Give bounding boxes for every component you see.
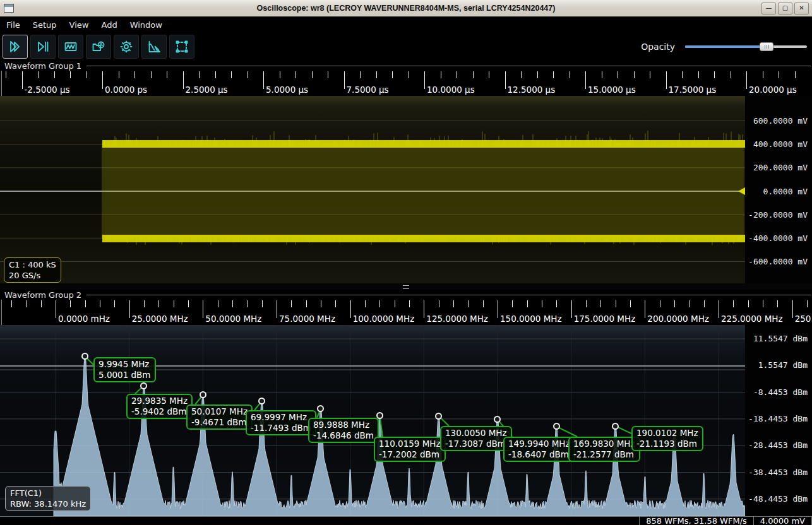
time-domain-plot[interactable] (0, 96, 745, 283)
time-minor-tick (489, 71, 489, 78)
freq-minor-tick (114, 300, 115, 307)
time-minor-tick (618, 71, 618, 78)
peak-marker-circle[interactable] (553, 423, 560, 430)
fft-info-box[interactable]: FFT(C1) RBW: 38.1470 kHz (5, 486, 91, 511)
c1-bottom-envelope (102, 235, 745, 242)
freq-minor-tick (512, 300, 513, 307)
peak-frequency: 130.0050 MHz (445, 428, 507, 439)
freq-minor-tick (468, 300, 469, 307)
peak-marker-circle[interactable] (612, 423, 619, 430)
time-tick-label: 2.5000 µs (186, 85, 228, 95)
zero-level-arrow[interactable] (738, 187, 745, 195)
measure-button[interactable] (141, 35, 167, 59)
minimize-button[interactable]: — (761, 3, 776, 15)
time-minor-tick (698, 71, 699, 78)
freq-tick-label: 225.0000 MHz (721, 314, 783, 324)
frequency-axis-ruler[interactable]: 0.0000 mHz25.0000 MHz50.0000 MHz75.0000 … (0, 300, 812, 325)
time-minor-tick (521, 71, 522, 78)
freq-minor-tick (174, 300, 174, 307)
time-minor-tick (70, 71, 71, 78)
peak-label-10[interactable]: 190.0102 MHz-21.1193 dBm (631, 426, 703, 451)
gear-refresh-icon (119, 39, 134, 54)
peak-label-3[interactable]: 50.0107 MHz-9.4671 dBm (186, 404, 253, 430)
time-minor-tick (376, 71, 377, 78)
c1-burst-lines (102, 131, 744, 245)
selection-rect-icon (174, 39, 189, 54)
peak-label-4[interactable]: 69.9997 MHz-11.7493 dBm (246, 410, 316, 435)
window-title: Oscilloscope: wr8 (LECROY WAVERUNNER8404… (0, 4, 812, 13)
processing-button[interactable] (114, 35, 139, 59)
splitter-handle-icon[interactable] (403, 285, 409, 289)
peak-label-8[interactable]: 149.9940 MHz-18.6407 dBm (503, 437, 575, 462)
run-icon (8, 39, 23, 54)
peak-frequency: 190.0102 MHz (636, 428, 698, 439)
freq-minor-tick (409, 300, 410, 307)
peak-label-2[interactable]: 29.9835 MHz-5.9402 dBm (126, 394, 193, 419)
freq-minor-tick (262, 300, 263, 307)
peak-label-9[interactable]: 169.9830 MHz-21.2577 dBm (568, 437, 640, 462)
peak-marker-circle[interactable] (376, 412, 383, 419)
time-major-tick (505, 71, 506, 89)
time-minor-tick (714, 71, 715, 78)
waveform-display-button[interactable] (58, 35, 83, 59)
time-minor-tick (199, 71, 200, 78)
freq-minor-tick (85, 300, 86, 307)
group-splitter[interactable] (0, 283, 812, 290)
close-button[interactable]: ✕ (794, 3, 809, 15)
dbm-scale-label: -38.4453 dBm (748, 468, 808, 477)
opacity-slider[interactable] (685, 42, 807, 51)
peak-marker-circle[interactable] (435, 413, 442, 420)
time-minor-tick (119, 71, 119, 78)
history-button[interactable] (86, 35, 111, 59)
mv-scale-label: -400.0000 mV (748, 233, 808, 243)
freq-major-tick (719, 300, 719, 318)
peak-marker-circle[interactable] (258, 398, 265, 404)
time-minor-tick (634, 71, 635, 78)
slider-thumb[interactable] (760, 42, 773, 51)
peak-marker-circle[interactable] (81, 353, 88, 360)
freq-minor-tick (379, 300, 380, 307)
freq-minor-tick (453, 300, 454, 307)
titlebar: Oscilloscope: wr8 (LECROY WAVERUNNER8404… (0, 0, 812, 17)
menu-item-window[interactable]: Window (124, 18, 169, 32)
menu-item-view[interactable]: View (63, 18, 95, 32)
c1-acquisition-box[interactable]: C1 : 400 kS 20 GS/s (4, 257, 61, 283)
menu-item-add[interactable]: Add (95, 18, 123, 32)
freq-minor-tick (777, 300, 778, 307)
freq-minor-tick (630, 300, 631, 307)
freq-minor-tick (689, 300, 690, 307)
peak-level: -9.4671 dBm (191, 417, 248, 428)
peak-label-7[interactable]: 130.0050 MHz-17.3087 dBm (440, 426, 512, 451)
menu-item-file[interactable]: File (0, 18, 27, 32)
freq-minor-tick (733, 300, 734, 307)
toolbar: Opacity (0, 33, 812, 61)
peak-label-1[interactable]: 9.9945 MHz5.0001 dBm (93, 357, 156, 382)
peak-level: -18.6407 dBm (508, 449, 570, 460)
time-minor-tick (248, 71, 248, 78)
freq-minor-tick (144, 300, 145, 307)
single-trigger-button[interactable] (30, 35, 56, 59)
window-controls: —▢✕ (761, 3, 809, 15)
freq-tick-label: 125.0000 MHz (426, 314, 488, 324)
time-minor-tick (296, 71, 296, 78)
time-axis-ruler[interactable]: -2.5000 µs0.0000 ps2.5000 µs5.0000 µs7.5… (0, 71, 812, 96)
freq-minor-tick (41, 300, 42, 307)
peak-label-6[interactable]: 110.0159 MHz-17.2002 dBm (374, 437, 446, 462)
peak-label-5[interactable]: 89.9888 MHz-14.6846 dBm (308, 418, 379, 443)
measure-curve-icon (146, 39, 162, 54)
peak-marker-circle[interactable] (317, 405, 324, 412)
freq-tick-label: 150.0000 MHz (500, 314, 562, 324)
peak-marker-circle[interactable] (140, 382, 147, 389)
time-minor-tick (441, 71, 441, 78)
peak-marker-circle[interactable] (200, 391, 206, 398)
menu-item-setup[interactable]: Setup (27, 18, 63, 32)
time-major-tick (424, 71, 425, 89)
maximize-button[interactable]: ▢ (778, 3, 792, 15)
zoom-select-button[interactable] (169, 35, 194, 59)
peak-marker-circle[interactable] (494, 416, 501, 423)
time-minor-tick (215, 71, 216, 78)
freq-minor-tick (527, 300, 528, 307)
waveform-box-icon (63, 39, 78, 54)
run-button[interactable] (3, 35, 28, 59)
freq-tick-label: 200.0000 MHz (647, 314, 709, 324)
